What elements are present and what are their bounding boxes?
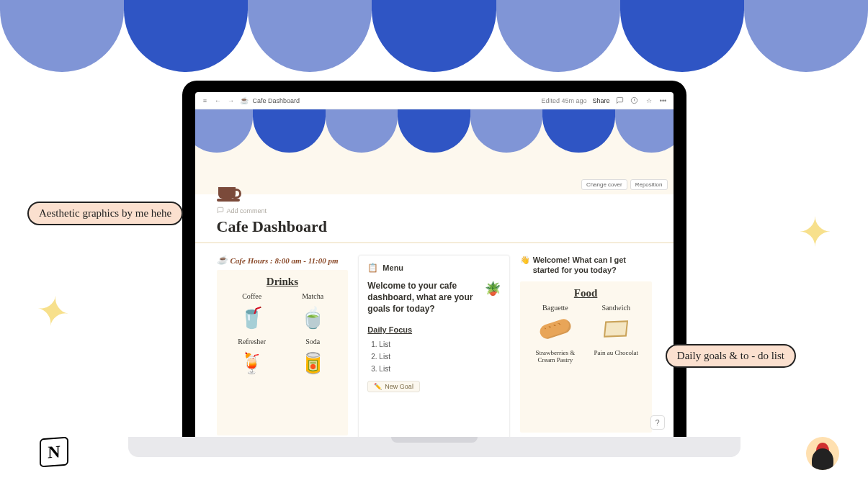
new-goal-button[interactable]: ✏️ New Goal	[367, 381, 420, 392]
page-icon[interactable]	[217, 181, 241, 203]
drink-item-coffee[interactable]: Coffee 🥤	[224, 292, 280, 333]
comments-icon[interactable]	[616, 96, 625, 104]
more-icon[interactable]: •••	[659, 97, 668, 104]
avatar	[806, 437, 839, 470]
new-goal-label: New Goal	[385, 383, 413, 390]
daily-focus: Daily Focus List List List ✏️ New Goal	[367, 325, 500, 392]
focus-item[interactable]: List	[379, 338, 500, 351]
drinks-panel: Drinks Coffee 🥤 Matcha 🍵	[217, 270, 349, 435]
cafe-hours: ☕ Cafe Hours : 8:00 am - 11:00 pm	[217, 255, 349, 266]
sparkle-icon: ✦	[798, 209, 832, 256]
menu-icon[interactable]: ≡	[201, 97, 210, 104]
coffee-cup-icon: 🥤	[236, 302, 268, 333]
food-label: Pain au Chocolat	[594, 349, 639, 356]
column-drinks: ☕ Cafe Hours : 8:00 am - 11:00 pm Drinks…	[217, 255, 349, 437]
menu-card: 📋 Menu Welcome to your cafe dashboard, w…	[358, 255, 509, 437]
food-item-pain-au-chocolat[interactable]: Pain au Chocolat	[588, 349, 644, 363]
coffee-icon: ☕	[217, 255, 228, 266]
drink-label: Refresher	[238, 338, 266, 345]
daily-focus-heading: Daily Focus	[367, 325, 500, 334]
content: ☕ Cafe Hours : 8:00 am - 11:00 pm Drinks…	[195, 243, 674, 437]
menu-icon: 📋	[367, 263, 378, 273]
drink-item-refresher[interactable]: Refresher 🍹	[224, 338, 280, 379]
menu-header[interactable]: 📋 Menu	[367, 263, 500, 273]
laptop-base	[128, 437, 741, 457]
callout-aesthetic: Aesthetic graphics by me hehe	[27, 202, 183, 225]
food-heading: Food	[527, 287, 645, 299]
pencil-icon: ✏️	[374, 383, 382, 390]
page-header: Add comment Cafe Dashboard	[195, 181, 674, 243]
outer-awning	[0, 0, 868, 72]
comment-icon	[217, 206, 224, 216]
add-comment-button[interactable]: Add comment	[217, 206, 652, 216]
updates-icon[interactable]	[630, 96, 639, 104]
food-item-strawberry-pastry[interactable]: Strawberries & Cream Pastry	[527, 349, 583, 363]
focus-item[interactable]: List	[379, 351, 500, 363]
breadcrumb[interactable]: Cafe Dashboard	[253, 97, 300, 104]
share-button[interactable]: Share	[592, 97, 609, 104]
wave-icon: 👋	[520, 255, 530, 276]
page-title[interactable]: Cafe Dashboard	[217, 217, 652, 236]
drinks-heading: Drinks	[224, 276, 341, 288]
laptop: ≡ ← → ☕ Cafe Dashboard Edited 45m ago Sh…	[161, 81, 708, 457]
sparkle-icon: ✦	[32, 285, 74, 337]
welcome-text: Welcome! What can I get started for you …	[533, 255, 652, 276]
welcome-line: 👋 Welcome! What can I get started for yo…	[520, 255, 652, 276]
food-panel: Food Baguette Sandwich	[520, 281, 652, 433]
notion-logo: N	[40, 437, 68, 468]
drink-label: Soda	[305, 338, 320, 345]
food-item-sandwich[interactable]: Sandwich	[588, 304, 644, 345]
help-button[interactable]: ?	[650, 415, 665, 430]
drink-label: Matcha	[302, 292, 323, 300]
topbar: ≡ ← → ☕ Cafe Dashboard Edited 45m ago Sh…	[195, 92, 674, 109]
forward-icon[interactable]: →	[227, 97, 236, 104]
cafe-hours-text: Cafe Hours : 8:00 am - 11:00 pm	[231, 256, 339, 265]
drink-label: Coffee	[242, 292, 261, 300]
food-label: Sandwich	[602, 304, 630, 312]
column-food: 👋 Welcome! What can I get started for yo…	[520, 255, 652, 437]
menu-welcome: Welcome to your cafe dashboard, what are…	[367, 280, 500, 315]
add-comment-label: Add comment	[227, 207, 267, 214]
edited-time: Edited 45m ago	[541, 97, 586, 104]
food-label: Strawberries & Cream Pastry	[527, 349, 583, 363]
food-label: Baguette	[542, 304, 568, 312]
matcha-icon: 🍵	[297, 302, 328, 333]
food-item-baguette[interactable]: Baguette	[527, 304, 583, 345]
drink-item-soda[interactable]: Soda 🥫	[285, 338, 341, 379]
plant-icon: 🪴	[485, 280, 501, 297]
back-icon[interactable]: ←	[214, 97, 223, 104]
menu-label: Menu	[382, 263, 403, 272]
baguette-icon	[540, 313, 571, 345]
menu-welcome-text: Welcome to your cafe dashboard, what are…	[367, 281, 473, 314]
drink-item-matcha[interactable]: Matcha 🍵	[285, 292, 341, 333]
app-viewport: ≡ ← → ☕ Cafe Dashboard Edited 45m ago Sh…	[195, 92, 674, 437]
callout-daily-goals: Daily goals & to - do list	[666, 344, 796, 368]
refresher-icon: 🍹	[236, 347, 268, 379]
column-menu: 📋 Menu Welcome to your cafe dashboard, w…	[358, 255, 509, 437]
sandwich-icon	[600, 313, 632, 345]
star-icon[interactable]: ☆	[645, 97, 653, 104]
soda-icon: 🥫	[297, 347, 328, 379]
focus-item[interactable]: List	[379, 363, 500, 375]
page-emoji-icon: ☕	[240, 96, 249, 104]
